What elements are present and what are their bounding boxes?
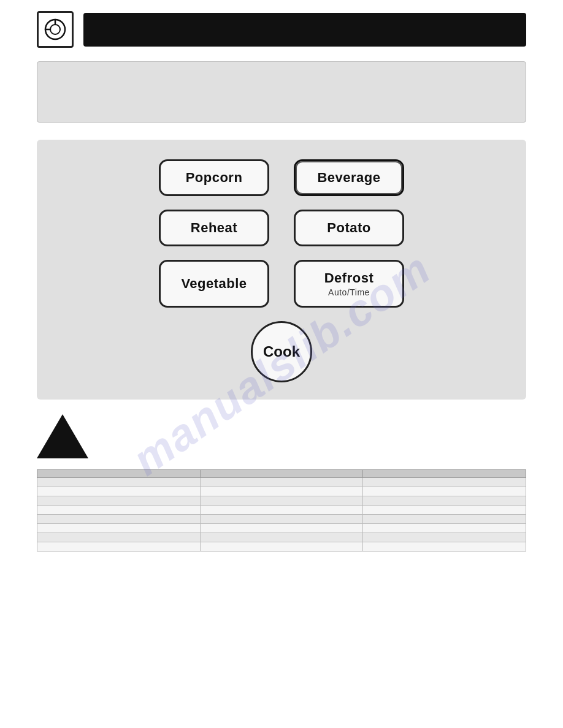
cook-row: Cook	[55, 321, 508, 382]
potato-button[interactable]: Potato	[294, 210, 404, 246]
table-section	[37, 469, 526, 552]
table-row	[37, 533, 526, 542]
button-grid: Popcorn Beverage Reheat Potato Vegetable…	[159, 159, 404, 308]
popcorn-button[interactable]: Popcorn	[159, 159, 269, 196]
table-cell	[200, 478, 363, 487]
svg-point-1	[50, 25, 60, 34]
table-cell	[363, 487, 526, 496]
table-header-col2	[200, 470, 363, 478]
table-cell	[363, 542, 526, 552]
table-cell	[200, 533, 363, 542]
table-row	[37, 487, 526, 496]
table-cell	[200, 506, 363, 515]
table-row	[37, 478, 526, 487]
table-row	[37, 506, 526, 515]
table-row	[37, 542, 526, 552]
table-cell	[37, 487, 201, 496]
warning-triangle-icon	[37, 414, 88, 458]
table-header-row	[37, 470, 526, 478]
defrost-sub-label: Auto/Time	[328, 287, 370, 297]
table-cell	[200, 487, 363, 496]
button-panel: Popcorn Beverage Reheat Potato Vegetable…	[37, 140, 526, 400]
table-cell	[200, 515, 363, 524]
table-row	[37, 524, 526, 533]
table-cell	[363, 496, 526, 506]
table-row	[37, 515, 526, 524]
table-cell	[363, 506, 526, 515]
vegetable-button[interactable]: Vegetable	[159, 260, 269, 308]
header-row	[0, 0, 563, 54]
table-cell	[363, 478, 526, 487]
table-cell	[363, 515, 526, 524]
table-cell	[200, 496, 363, 506]
header-black-bar	[83, 13, 526, 47]
defrost-label: Defrost	[324, 270, 374, 286]
table-cell	[37, 542, 201, 552]
cook-button[interactable]: Cook	[251, 321, 312, 382]
table-cell	[37, 524, 201, 533]
microwave-icon	[37, 11, 74, 48]
table-cell	[200, 542, 363, 552]
table-header-col1	[37, 470, 201, 478]
data-table	[37, 469, 526, 552]
table-cell	[37, 478, 201, 487]
table-header-col3	[363, 470, 526, 478]
table-cell	[37, 496, 201, 506]
table-cell	[37, 506, 201, 515]
info-box	[37, 61, 526, 123]
defrost-button[interactable]: Defrost Auto/Time	[294, 260, 404, 308]
table-row	[37, 496, 526, 506]
warning-row	[37, 414, 526, 458]
table-cell	[200, 524, 363, 533]
beverage-button[interactable]: Beverage	[294, 159, 404, 196]
table-cell	[363, 524, 526, 533]
table-cell	[37, 515, 201, 524]
table-cell	[37, 533, 201, 542]
table-cell	[363, 533, 526, 542]
reheat-button[interactable]: Reheat	[159, 210, 269, 246]
